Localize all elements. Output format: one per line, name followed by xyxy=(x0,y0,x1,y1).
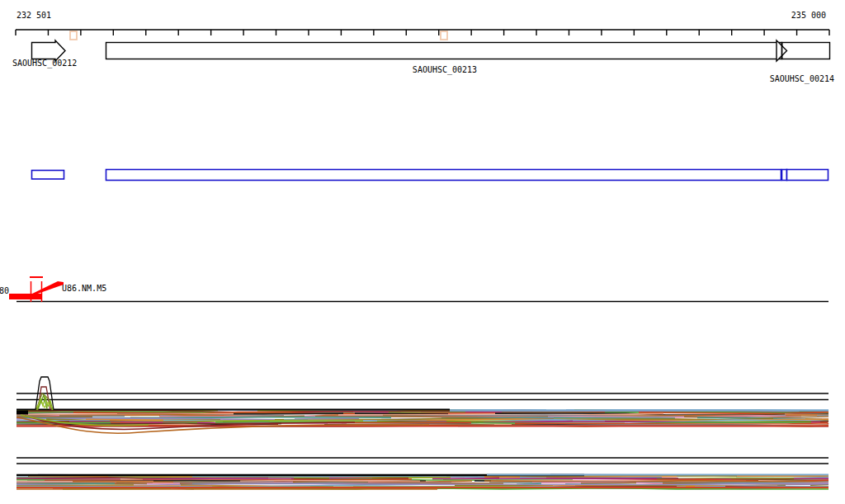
gene-label-saouhsc-00214: SAOUHSC_00214 xyxy=(770,74,834,83)
selection-marker xyxy=(441,31,447,40)
ruler-start-coordinate: 232 501 xyxy=(17,11,51,20)
feature-canvas xyxy=(0,0,845,504)
variant-flag-wedge[interactable] xyxy=(31,281,64,295)
genome-browser-window: 232 501 235 000 SAOUHSC_00212 SAOUHSC_00… xyxy=(0,0,845,504)
variant-axis-value: 80 xyxy=(0,286,9,295)
blue-feature-box[interactable] xyxy=(787,170,828,181)
gene-feature-saouhsc_00213[interactable] xyxy=(106,43,782,59)
coverage-graph-1[interactable] xyxy=(0,373,845,440)
blue-feature-box[interactable] xyxy=(32,171,64,180)
ruler-end-coordinate: 235 000 xyxy=(791,11,826,20)
variant-flag-body[interactable] xyxy=(9,294,41,299)
variant-flag-topline xyxy=(30,276,43,278)
blue-feature-box[interactable] xyxy=(106,170,781,181)
coverage-graph-2[interactable] xyxy=(0,437,845,502)
gene-label-saouhsc-00212: SAOUHSC_00212 xyxy=(12,59,77,68)
blue-feature-box[interactable] xyxy=(782,170,787,181)
gene-feature-saouhsc_00214[interactable] xyxy=(782,43,830,59)
gene-label-saouhsc-00213: SAOUHSC_00213 xyxy=(413,65,477,74)
variant-feature-label: U86.NM.M5 xyxy=(62,284,106,293)
selection-marker xyxy=(70,31,77,40)
